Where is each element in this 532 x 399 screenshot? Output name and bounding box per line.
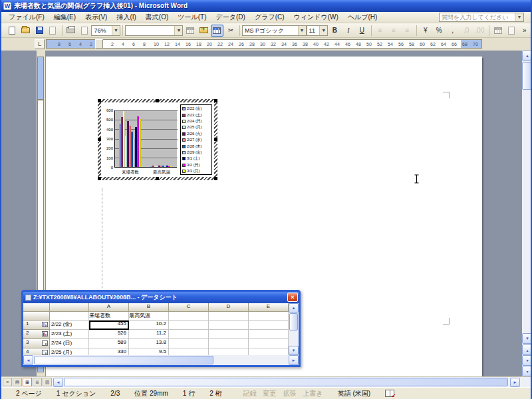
print-preview-button[interactable]	[78, 25, 90, 37]
menu-item-i[interactable]: 挿入(I)	[112, 13, 140, 21]
toolbar-options-button[interactable]: »	[519, 25, 531, 37]
column-header-b[interactable]: B	[129, 303, 169, 312]
column-header-c[interactable]: C	[169, 303, 209, 312]
scroll-up-button[interactable]: ▲	[522, 51, 532, 61]
series-name-cell[interactable]: 2/22 (金)	[50, 321, 89, 330]
empty-cell[interactable]	[209, 330, 249, 339]
datasheet-window[interactable]: Z:¥TXT2008¥8¥ALLABOUT¥2008B... - データシート …	[21, 290, 301, 367]
scroll-right-button[interactable]: ►	[289, 355, 299, 365]
empty-cell[interactable]	[169, 339, 209, 348]
series-name-cell[interactable]: 2/25 (月)	[50, 348, 89, 355]
row-header-2[interactable]: 2	[23, 330, 50, 339]
datasheet-vertical-scrollbar[interactable]: ▲ ▼	[289, 303, 299, 355]
menu-item-e[interactable]: 編集(E)	[49, 13, 80, 21]
font-size-combobox[interactable]: 11 ▼	[307, 25, 329, 36]
scroll-left-button[interactable]: ◄	[53, 378, 63, 387]
selection-handle[interactable]	[98, 177, 101, 180]
datasheet-horizontal-scrollbar[interactable]: ◄ ►	[23, 355, 299, 365]
chevron-down-icon[interactable]: ▼	[515, 13, 523, 21]
italic-button[interactable]: I	[342, 25, 354, 37]
value-cell[interactable]: 13.8	[129, 339, 169, 348]
value-cell[interactable]: 526	[89, 330, 129, 339]
menu-item-f[interactable]: ファイル(F)	[4, 13, 49, 21]
increase-decimal-button[interactable]: .0	[460, 25, 472, 37]
empty-cell[interactable]	[209, 312, 249, 321]
align-center-button[interactable]: ≡	[388, 25, 400, 37]
normal-view-button[interactable]: ≡	[3, 378, 12, 386]
empty-cell[interactable]	[169, 312, 209, 321]
percent-style-button[interactable]: %	[433, 25, 445, 37]
series-name-cell[interactable]: 2/23 (土)	[50, 330, 89, 339]
embedded-chart-object[interactable]: 2/22 (金)2/23 (土)2/24 (日)2/25 (月)2/26 (火)…	[98, 99, 217, 180]
empty-cell[interactable]	[209, 321, 249, 330]
indent-marker[interactable]	[95, 39, 103, 49]
chevron-down-icon[interactable]: ▼	[174, 26, 182, 35]
underline-button[interactable]: U	[356, 25, 368, 37]
permission-button[interactable]	[47, 25, 59, 37]
column-header-a[interactable]: A	[89, 303, 129, 312]
format-object-button[interactable]	[184, 25, 196, 37]
category-label-cell[interactable]: 来場者数	[89, 312, 129, 321]
empty-cell[interactable]	[169, 321, 209, 330]
menu-item-h[interactable]: ヘルプ(H)	[343, 13, 382, 21]
value-cell[interactable]: 589	[89, 339, 129, 348]
horizontal-scroll-thumb[interactable]	[64, 378, 508, 386]
empty-cell[interactable]	[169, 348, 209, 355]
datasheet-title-bar[interactable]: Z:¥TXT2008¥8¥ALLABOUT¥2008B... - データシート …	[23, 292, 299, 303]
scroll-left-button[interactable]: ◄	[23, 355, 33, 365]
reading-layout-view-button[interactable]: ▥	[43, 378, 52, 386]
cut-button[interactable]: ✂	[225, 25, 237, 37]
empty-cell[interactable]	[249, 330, 289, 339]
empty-cell[interactable]	[209, 348, 249, 355]
comma-style-button[interactable]: ,	[446, 25, 458, 37]
menu-item-o[interactable]: 書式(O)	[141, 13, 173, 21]
vertical-scroll-thumb[interactable]	[522, 62, 532, 90]
column-header-d[interactable]: D	[209, 303, 249, 312]
import-file-button[interactable]	[198, 25, 209, 37]
save-button[interactable]	[33, 25, 45, 37]
selection-handle[interactable]	[98, 138, 101, 141]
chevron-down-icon[interactable]: ▼	[298, 26, 306, 35]
empty-cell[interactable]	[209, 339, 249, 348]
horizontal-scroll-thumb[interactable]	[34, 356, 213, 364]
borders-button[interactable]	[492, 25, 504, 37]
empty-cell[interactable]	[249, 312, 289, 321]
value-cell[interactable]: 330	[89, 348, 129, 355]
scroll-up-button[interactable]: ▲	[289, 303, 299, 313]
view-datasheet-button[interactable]	[211, 25, 223, 37]
column-header-e[interactable]: E	[249, 303, 289, 312]
datasheet-corner-cell[interactable]	[23, 303, 50, 312]
align-left-button[interactable]: ≡	[374, 25, 386, 37]
zoom-combobox[interactable]: 76% ▼	[91, 25, 120, 36]
print-layout-view-button[interactable]: ▣	[23, 378, 32, 386]
selection-handle[interactable]	[156, 99, 159, 102]
chart-objects-combobox[interactable]: ▼	[125, 25, 183, 36]
vertical-scroll-thumb[interactable]	[289, 313, 298, 331]
menu-item-c[interactable]: グラフ(C)	[250, 13, 289, 21]
menu-item-w[interactable]: ウィンドウ(W)	[289, 13, 343, 21]
selection-handle[interactable]	[156, 177, 159, 180]
open-button[interactable]	[19, 25, 31, 37]
category-label-cell[interactable]: 最高気温	[129, 312, 169, 321]
scroll-down-button[interactable]: ▼	[522, 333, 532, 344]
outline-view-button[interactable]: ≣	[33, 378, 42, 386]
scroll-right-button[interactable]: ►	[510, 378, 520, 387]
empty-cell[interactable]	[169, 330, 209, 339]
row-header-3[interactable]: 3	[23, 339, 50, 348]
row-header-4[interactable]: 4	[23, 348, 50, 355]
chevron-down-icon[interactable]: ▼	[112, 26, 120, 35]
font-name-combobox[interactable]: MS Pゴシック ▼	[242, 25, 307, 36]
scroll-down-button[interactable]: ▼	[289, 346, 299, 355]
value-cell[interactable]: 455	[89, 321, 129, 330]
value-cell[interactable]: 9.5	[129, 348, 169, 355]
select-browse-object-button[interactable]: ●	[522, 355, 532, 366]
empty-cell[interactable]	[249, 321, 289, 330]
fill-color-button[interactable]	[505, 25, 517, 37]
web-layout-view-button[interactable]: ▤	[13, 378, 22, 386]
menu-item-v[interactable]: 表示(V)	[80, 13, 112, 21]
selection-handle[interactable]	[214, 138, 217, 141]
value-cell[interactable]: 11.2	[129, 330, 169, 339]
browse-previous-button[interactable]: ▴	[522, 344, 532, 355]
close-button[interactable]: ×	[287, 293, 298, 302]
align-right-button[interactable]: ≡	[401, 25, 413, 37]
